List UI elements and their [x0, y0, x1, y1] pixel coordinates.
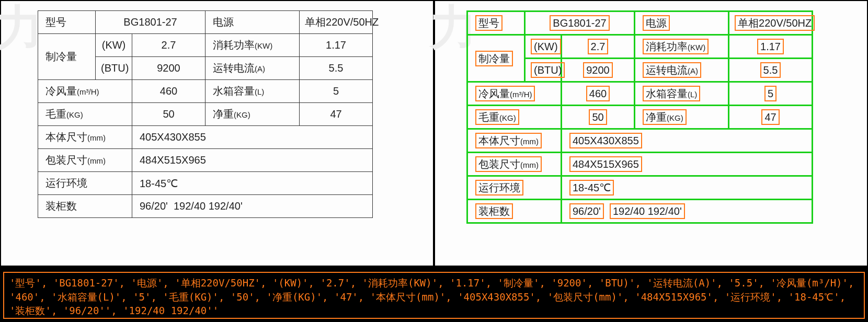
- cell-pack-label: 包装尺寸(mm): [38, 149, 132, 172]
- cell-cooling-label: 制冷量: [38, 34, 96, 80]
- cell-power-label: 电源: [205, 11, 300, 34]
- cell-current-label: 运转电流(A): [205, 57, 300, 80]
- cell-load-value: 96/20' 192/40 192/40': [132, 195, 373, 218]
- cell-power-value: 单相220V/50HZ: [300, 11, 373, 34]
- cell-gross-label: 毛重(KG): [38, 103, 132, 126]
- cell-airflow-label: 冷风量(m³/H): [38, 80, 132, 103]
- ann-cell: 单相220V/50HZ: [729, 12, 813, 35]
- ann-cell: 毛重(KG): [467, 106, 562, 129]
- cell-body-value: 405X430X855: [132, 126, 373, 149]
- ann-cell: (KW): [525, 35, 562, 59]
- cell-model-value: BG1801-27: [96, 11, 205, 34]
- ann-cell: 47: [729, 106, 813, 129]
- ann-cell: 冷风量(m³/H): [467, 82, 562, 106]
- ann-cell: 装柜数: [467, 200, 562, 223]
- cell-airflow-value: 460: [132, 80, 205, 103]
- cell-btu-label: (BTU): [96, 57, 132, 80]
- ann-cell: 96/20' 192/40 192/40': [562, 200, 813, 223]
- cell-load-label: 装柜数: [38, 195, 132, 218]
- ann-cell: 460: [562, 82, 635, 106]
- ann-cell: 电源: [635, 12, 729, 35]
- ann-cell: 消耗功率(KW): [635, 35, 729, 59]
- cell-net-label: 净重(KG): [205, 103, 300, 126]
- ann-cell: 型号: [467, 12, 525, 35]
- ann-cell: 运转电流(A): [635, 59, 729, 82]
- cell-gross-value: 50: [132, 103, 205, 126]
- cell-consume-label: 消耗功率(KW): [205, 34, 300, 57]
- ann-cell: 9200: [562, 59, 635, 82]
- extracted-text-footer: '型号', 'BG1801-27', '电源', '单相220V/50HZ', …: [3, 272, 865, 319]
- right-panel: 力 型号 BG1801-27 电源 单相220V/50HZ 制冷量 (KW) 2…: [434, 0, 868, 267]
- ann-cell: 405X430X855: [562, 129, 813, 153]
- ann-cell: BG1801-27: [525, 12, 635, 35]
- cell-current-value: 5.5: [300, 57, 373, 80]
- spec-table: 型号 BG1801-27 电源 单相220V/50HZ 制冷量 (KW) 2.7…: [38, 10, 373, 218]
- cell-pack-value: 484X515X965: [132, 149, 373, 172]
- ann-cell: 484X515X965: [562, 153, 813, 176]
- ann-cell: 包装尺寸(mm): [467, 153, 562, 176]
- ann-cell: 制冷量: [467, 35, 525, 82]
- cell-kw-value: 2.7: [132, 34, 205, 57]
- ann-cell: 5: [729, 82, 813, 106]
- ann-cell: 5.5: [729, 59, 813, 82]
- cell-btu-value: 9200: [132, 57, 205, 80]
- left-panel: 力 型号 BG1801-27 电源 单相220V/50HZ 制冷量 (KW) 2…: [0, 0, 434, 267]
- ann-cell: 18-45℃: [562, 176, 813, 200]
- ann-cell: 运行环境: [467, 176, 562, 200]
- cell-tank-label: 水箱容量(L): [205, 80, 300, 103]
- annotated-spec-table: 型号 BG1801-27 电源 单相220V/50HZ 制冷量 (KW) 2.7…: [466, 10, 813, 224]
- cell-consume-value: 1.17: [300, 34, 373, 57]
- cell-env-value: 18-45℃: [132, 172, 373, 195]
- cell-env-label: 运行环境: [38, 172, 132, 195]
- ann-cell: 本体尺寸(mm): [467, 129, 562, 153]
- ann-cell: (BTU): [525, 59, 562, 82]
- cell-kw-label: (KW): [96, 34, 132, 57]
- ann-cell: 水箱容量(L): [635, 82, 729, 106]
- cell-model-label: 型号: [38, 11, 96, 34]
- ann-cell: 2.7: [562, 35, 635, 59]
- cell-body-label: 本体尺寸(mm): [38, 126, 132, 149]
- cell-net-value: 47: [300, 103, 373, 126]
- ann-cell: 净重(KG): [635, 106, 729, 129]
- ann-cell: 1.17: [729, 35, 813, 59]
- cell-tank-value: 5: [300, 80, 373, 103]
- ann-cell: 50: [562, 106, 635, 129]
